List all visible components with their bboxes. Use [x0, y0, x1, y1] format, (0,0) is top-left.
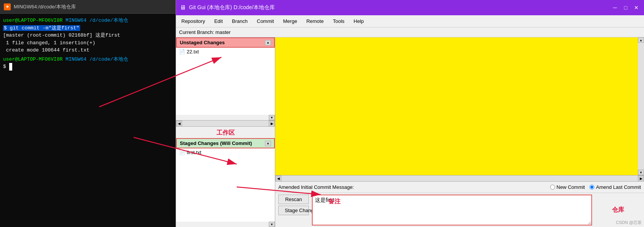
diff-vscroll: ▲ ▼ [638, 37, 644, 175]
radio-amend-commit-input[interactable] [589, 185, 594, 190]
terminal-line-2: user@LAPTOP-MFO6VI8R MINGW64 /d/code/本地仓 [3, 56, 173, 63]
stage-changed-button[interactable]: Stage Changed [278, 206, 309, 215]
gitgui-title-text: Git Gui (本地仓库) D:/code/本地仓库 [189, 4, 275, 11]
staged-panel: Staged Changes (Will Commit) ▲ 📄 first.t… [176, 138, 275, 227]
branch-bar: Current Branch: master [176, 27, 644, 37]
terminal-titlebar: ❖ MINGW64:/d/code/本地仓库 [0, 0, 176, 14]
commit-options-row: Amended Initial Commit Message: New Comm… [275, 182, 644, 193]
terminal-title-text: MINGW64:/d/code/本地仓库 [14, 3, 76, 10]
staged-scroll-down[interactable]: ▼ [269, 222, 275, 227]
unstaged-panel: Unstaged Changes ▲ 📄 22.txt ▼ [176, 37, 275, 127]
working-area-annotation: 工作区 [176, 129, 275, 137]
unstaged-list: 📄 22.txt [176, 48, 275, 115]
rescan-button[interactable]: Rescan [278, 195, 309, 204]
gitgui-titlebar: 🖥 Git Gui (本地仓库) D:/code/本地仓库 ─ □ ✕ [176, 0, 644, 15]
minimize-button[interactable]: ─ [611, 4, 619, 11]
menu-tools[interactable]: Tools [329, 17, 348, 26]
commit-message-row: Rescan Stage Changed 这是first 仓库 [275, 193, 644, 227]
unstaged-scroll-up[interactable]: ▲ [265, 40, 271, 45]
file-icon: 📄 [179, 49, 185, 55]
menu-repository[interactable]: Repository [178, 17, 209, 26]
unstaged-hscroll-right[interactable]: ▶ [269, 121, 275, 127]
menu-branch[interactable]: Branch [228, 17, 252, 26]
staged-scroll-up[interactable]: ▲ [265, 141, 271, 146]
diff-hscroll-left[interactable]: ◀ [275, 175, 281, 182]
unstaged-hscroll: ◀ ▶ [176, 120, 275, 126]
staged-file-icon: 📄 [179, 150, 185, 155]
staged-file-firsttxt[interactable]: 📄 first.txt [176, 148, 275, 156]
menu-commit[interactable]: Commit [253, 17, 278, 26]
menu-edit[interactable]: Edit [210, 17, 226, 26]
terminal-cursor-line: $ [3, 63, 173, 71]
commit-message-label: Amended Initial Commit Message: [278, 184, 354, 190]
terminal-icon: ❖ [4, 3, 11, 10]
gitgui-main: Unstaged Changes ▲ 📄 22.txt ▼ [176, 37, 644, 227]
close-button[interactable]: ✕ [633, 4, 640, 11]
radio-new-commit-input[interactable] [550, 185, 555, 190]
current-branch-label: Current Branch: master [179, 29, 231, 35]
diff-hscroll-right[interactable]: ▶ [638, 175, 644, 182]
staged-header-label: Staged Changes (Will Commit) [180, 140, 252, 146]
terminal-body: user@LAPTOP-MFO6VI8R MINGW64 /d/code/本地仓… [0, 14, 176, 227]
maximize-button[interactable]: □ [622, 4, 629, 11]
diff-scroll-up[interactable]: ▲ [638, 37, 644, 43]
gitgui-panel: 🖥 Git Gui (本地仓库) D:/code/本地仓库 ─ □ ✕ Repo… [176, 0, 644, 227]
commit-area: Amended Initial Commit Message: New Comm… [275, 181, 644, 227]
terminal-line-output1: [master (root-commit) 02168bf] 这是first [3, 32, 173, 39]
changes-panels: Unstaged Changes ▲ 📄 22.txt ▼ [176, 37, 275, 227]
terminal-line-output3: create mode 100644 first.txt [3, 47, 173, 54]
radio-amend-commit[interactable]: Amend Last Commit [589, 184, 641, 190]
radio-new-commit[interactable]: New Commit [550, 184, 585, 190]
menubar: Repository Edit Branch Commit Merge Remo… [176, 15, 644, 27]
unstaged-scroll-down[interactable]: ▼ [269, 115, 275, 120]
terminal-line-1: user@LAPTOP-MFO6VI8R MINGW64 /d/code/本地仓 [3, 17, 173, 24]
unstaged-header: Unstaged Changes ▲ [176, 37, 275, 48]
repo-annotation: 仓库 [612, 206, 624, 214]
staged-header: Staged Changes (Will Commit) ▲ [176, 138, 275, 148]
terminal-line-command: $ git commit -m"这是first" [3, 24, 173, 32]
diff-commit-area: ▲ ▼ ◀ ▶ Amended Initial Commit Message: [275, 37, 644, 227]
unstaged-header-label: Unstaged Changes [180, 40, 225, 45]
unstaged-file-22txt[interactable]: 📄 22.txt [176, 48, 275, 56]
diff-hscroll: ◀ ▶ [275, 175, 644, 181]
gitgui-title-left: 🖥 Git Gui (本地仓库) D:/code/本地仓库 [180, 4, 275, 11]
diff-area: ▲ ▼ [275, 37, 644, 175]
radio-group: New Commit Amend Last Commit [550, 184, 641, 190]
commit-message-input[interactable]: 这是first [312, 195, 592, 225]
radio-amend-commit-label: Amend Last Commit [596, 184, 641, 190]
menu-merge[interactable]: Merge [279, 17, 301, 26]
menu-help[interactable]: Help [350, 17, 368, 26]
window-controls: ─ □ ✕ [611, 4, 640, 11]
gitgui-app-icon: 🖥 [180, 4, 186, 11]
staged-list: 📄 first.txt [176, 148, 275, 222]
diff-scroll-down[interactable]: ▼ [638, 170, 644, 175]
terminal-line-output2: 1 file changed, 1 insertion(+) [3, 39, 173, 47]
csdn-watermark: CSDN @芯茶 [616, 220, 642, 225]
terminal-panel: ❖ MINGW64:/d/code/本地仓库 user@LAPTOP-MFO6V… [0, 0, 176, 227]
menu-remote[interactable]: Remote [302, 17, 328, 26]
radio-new-commit-label: New Commit [557, 184, 585, 190]
unstaged-hscroll-left[interactable]: ◀ [176, 121, 182, 127]
